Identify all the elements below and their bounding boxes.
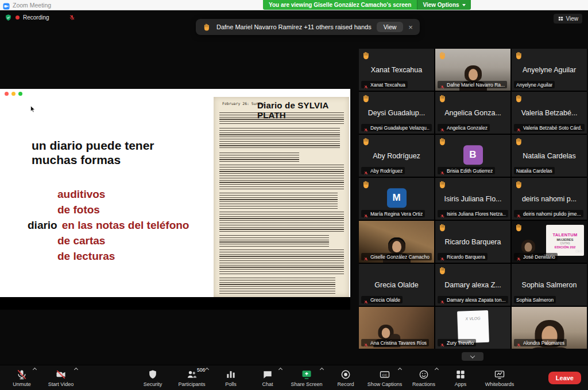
participant-label-text: Damary alexa Zapata ton... [447, 297, 506, 303]
participant-label-text: Aby Rodríguez [370, 168, 403, 174]
participant-tile[interactable]: Xanat Texcahua Xanat Texcahua [359, 49, 434, 91]
participant-label: Angelica Gonzalez [438, 124, 490, 131]
participant-tile[interactable]: B Brisia Edith Gutierrez [435, 135, 510, 177]
participant-tile[interactable]: X VLOG Zury Treviño [435, 307, 510, 349]
participant-label-text: Ana Cristina Tavares Ríos [370, 340, 427, 346]
toolbar-start-video-button[interactable]: Start Video [40, 365, 82, 390]
participant-label-text: Dafne Mariel Navarro Ra... [447, 82, 505, 88]
toolbar-record-button[interactable]: Record [327, 365, 364, 390]
view-options-button[interactable]: View Options [417, 0, 470, 10]
participant-tile[interactable]: Damary alexa Z... Damary alexa Zapata to… [435, 264, 510, 306]
toast-view-button[interactable]: View [377, 22, 404, 32]
muted-mic-icon [363, 82, 369, 87]
participant-label: Anyelyne Aguilar [514, 81, 555, 88]
raised-hand-icon [438, 137, 447, 146]
muted-mic-icon [516, 125, 521, 130]
toolbar-whiteboards-button[interactable]: Whiteboards [479, 365, 520, 390]
muted-mic-icon [440, 297, 445, 302]
participant-tile[interactable]: Grecia Olalde Grecia Olalde [359, 264, 434, 306]
chevron-up-icon[interactable] [205, 368, 209, 372]
chevron-up-icon[interactable] [74, 368, 78, 372]
raised-hand-icon [514, 94, 524, 103]
chevron-up-icon[interactable] [33, 368, 37, 372]
mic-off-icon [16, 369, 28, 380]
participant-label: Alondra Palomares [514, 339, 567, 346]
muted-mic-icon [440, 254, 445, 259]
muted-mic-icon [363, 125, 369, 130]
participant-label-text: Natalia Cardelas [516, 168, 552, 174]
toast-close-button[interactable]: × [408, 24, 413, 31]
chevron-up-icon[interactable] [320, 368, 324, 372]
slide-heading: un diario puede tener muchas formas [32, 138, 172, 167]
participant-label: Isiris Juliana Flores Netza... [438, 210, 508, 217]
participant-label: María Regina Vera Ortiz [361, 210, 425, 217]
toolbar-show-captions-button[interactable]: CC Show Captions [364, 365, 405, 390]
participant-tile[interactable]: Giselle González Camacho [359, 221, 434, 263]
participant-tile[interactable]: Natalia Cardelas Natalia Cardelas [512, 135, 587, 177]
toolbar-polls-button[interactable]: Polls [212, 365, 249, 390]
toolbar-center-group: Security Participants 506 Polls Chat Sha… [134, 365, 520, 390]
participant-label: Brisia Edith Gutierrez [438, 167, 495, 174]
participant-tile[interactable]: Angelica Gonza... Angelica Gonzalez [435, 92, 510, 134]
encryption-shield-icon [5, 14, 12, 21]
collapse-gallery-button[interactable] [462, 352, 483, 361]
participant-tile[interactable]: Isiris Juliana Flo... Isiris Juliana Flo… [435, 178, 510, 220]
participants-icon [186, 369, 198, 380]
raised-hand-icon [438, 266, 447, 275]
toolbar-share-screen-button[interactable]: Share Screen [286, 365, 327, 390]
participant-label: Ricardo Barquera [438, 253, 488, 260]
raised-hand-icon [362, 137, 371, 146]
participant-label: Zury Treviño [438, 339, 476, 346]
shared-screen-content: February 26: Sunday Diario de SYLVIA PLA… [0, 89, 350, 310]
participant-tile[interactable]: Sophia Salmeron Sophia Salmeron [512, 264, 587, 306]
participant-tile[interactable]: M María Regina Vera Ortiz [359, 178, 434, 220]
shield-icon [147, 369, 158, 380]
screen-share-banner: You are viewing Giselle González Camacho… [263, 0, 471, 10]
participant-label-text: María Regina Vera Ortiz [370, 211, 423, 217]
raised-hand-icon [362, 51, 371, 60]
toolbar-chat-button[interactable]: Chat [249, 365, 286, 390]
recording-dot-icon [16, 15, 20, 20]
participant-label-text: José Deniilario [523, 254, 555, 260]
chevron-up-icon[interactable] [278, 368, 283, 372]
participant-label-text: Alondra Palomares [523, 340, 564, 346]
slide-list-item: auditivos [57, 186, 189, 202]
view-layout-button[interactable]: View [554, 14, 583, 24]
raised-hands-toast: Dafne Mariel Navarro Ramírez +11 others … [196, 19, 420, 35]
participant-tile[interactable]: deiris nahomi p... deiris nahomi pulido … [512, 178, 587, 220]
participant-label: José Deniilario [514, 253, 558, 260]
toolbar-security-button[interactable]: Security [134, 365, 171, 390]
participants-count-badge: 506 [197, 367, 205, 373]
slide-list-item: de fotos [57, 202, 189, 217]
participant-tile[interactable]: Aby Rodríguez Aby Rodríguez [359, 135, 434, 177]
toolbar-participants-button[interactable]: Participants 506 [171, 365, 212, 390]
participant-label: Deysi Guadalupe Velazqu... [361, 124, 432, 131]
toolbar-unmute-button[interactable]: Unmute [3, 365, 40, 390]
slide-list-item: diarioen las notas del teléfono [28, 217, 189, 233]
leave-button[interactable]: Leave [548, 372, 581, 384]
chevron-up-icon[interactable] [398, 368, 402, 372]
apps-icon [455, 369, 466, 380]
muted-mic-icon [440, 211, 445, 216]
participant-label: deiris nahomi pulido jime... [514, 210, 583, 217]
participant-label: Aby Rodríguez [361, 167, 405, 174]
participant-tile[interactable]: Valeria Betzabé... Valeria Betzabé Soto … [512, 92, 587, 134]
participant-label-text: Sophia Salmeron [516, 297, 554, 303]
poster-ceo-text: CEO [575, 249, 582, 253]
slide-list-item: de cartas [57, 233, 189, 248]
participant-label: Valeria Betzabé Soto Cárd... [514, 124, 585, 131]
toolbar-reactions-button[interactable]: Reactions [405, 365, 442, 390]
mouse-cursor [29, 105, 37, 113]
chevron-up-icon[interactable] [435, 368, 439, 372]
participant-tile[interactable]: Ricardo Barquera Ricardo Barquera [435, 221, 510, 263]
slide-list-item: de lecturas [57, 248, 189, 264]
participant-tile[interactable]: Alondra Palomares [512, 307, 587, 349]
participant-tile[interactable]: Ana Cristina Tavares Ríos [359, 307, 434, 349]
toolbar-apps-button[interactable]: Apps [442, 365, 479, 390]
toast-message: Dafne Mariel Navarro Ramírez +11 others … [216, 24, 372, 30]
participant-tile[interactable]: Dafne Mariel Navarro Ra... [435, 49, 510, 91]
participant-tile[interactable]: Deysi Guadalup... Deysi Guadalupe Velazq… [359, 92, 434, 134]
participant-tile[interactable]: Anyelyne Aguilar Anyelyne Aguilar [512, 49, 587, 91]
meeting-toolbar: Unmute Start Video Security Participants… [0, 365, 588, 390]
participant-tile[interactable]: TALENTUMMUJERESCIVITASEDICIÓN 202CEO Jos… [512, 221, 587, 263]
